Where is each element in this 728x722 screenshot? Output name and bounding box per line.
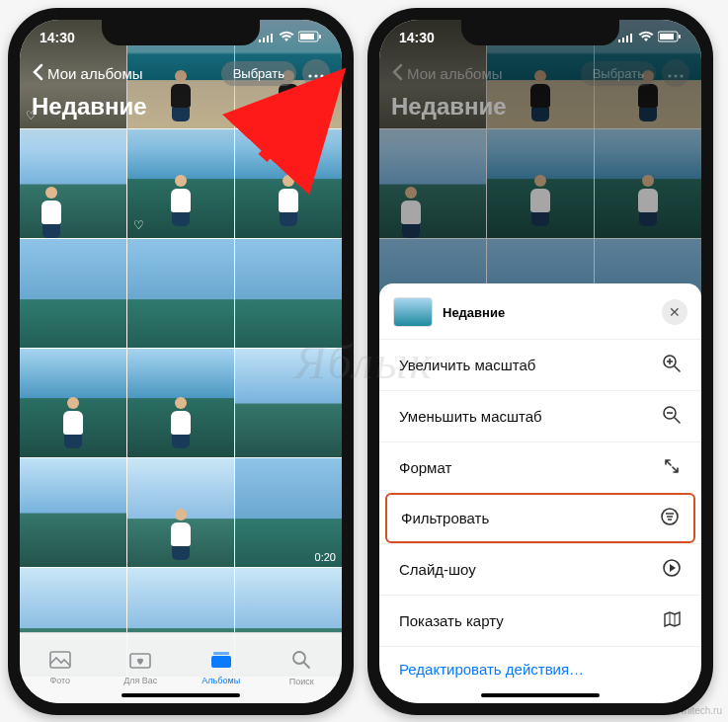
svg-point-7 [308, 74, 311, 77]
chevron-left-icon [32, 63, 43, 84]
action-showmap[interactable]: Показать карту [379, 595, 701, 646]
action-zoom-in[interactable]: Увеличить масштаб [379, 339, 701, 390]
albums-icon [210, 651, 232, 674]
video-duration: 0:20 [315, 551, 336, 563]
svg-rect-3 [271, 34, 273, 42]
signal-icon [618, 30, 634, 45]
svg-rect-5 [300, 34, 314, 40]
svg-point-8 [314, 74, 317, 77]
screen: 14:30 [20, 20, 342, 703]
svg-rect-6 [319, 35, 321, 39]
action-aspect[interactable]: Формат [379, 441, 701, 493]
photo-thumbnail[interactable] [20, 458, 126, 567]
battery-icon [658, 30, 682, 45]
wifi-icon [638, 30, 654, 45]
phone-right: 14:30 Мои альбомы Выбрать [367, 8, 713, 715]
corner-watermark: 24hitech.ru [674, 705, 722, 716]
close-icon: ✕ [669, 304, 681, 320]
battery-icon [298, 30, 322, 45]
svg-rect-2 [267, 36, 269, 42]
edit-actions-link[interactable]: Редактировать действия… [379, 646, 701, 678]
action-filter[interactable]: Фильтровать [385, 493, 695, 543]
aspect-icon [662, 456, 682, 479]
search-icon [291, 650, 311, 675]
tab-label: Для Вас [123, 676, 157, 685]
status-time: 14:30 [399, 30, 435, 45]
svg-rect-17 [618, 40, 620, 42]
signal-icon [259, 30, 275, 45]
svg-point-14 [293, 652, 305, 664]
favorite-icon: ♡ [133, 218, 144, 232]
home-indicator[interactable] [121, 693, 240, 697]
svg-rect-1 [263, 38, 265, 42]
play-icon [662, 558, 682, 581]
video-thumbnail[interactable]: 0:20 [235, 458, 342, 567]
svg-line-30 [675, 366, 680, 371]
status-indicators [618, 30, 682, 45]
status-time: 14:30 [40, 30, 75, 45]
tab-label: Альбомы [202, 676, 240, 685]
phone-left: 14:30 [8, 8, 354, 715]
notch [102, 20, 260, 45]
action-label: Формат [399, 459, 451, 476]
tab-photos[interactable]: Фото [20, 633, 101, 703]
home-indicator[interactable] [481, 693, 600, 697]
photo-thumbnail[interactable] [127, 458, 234, 567]
svg-rect-19 [626, 36, 628, 42]
action-label: Фильтровать [401, 510, 489, 526]
foryou-icon [129, 651, 151, 674]
svg-rect-13 [211, 656, 231, 668]
svg-rect-12 [213, 652, 229, 655]
svg-rect-22 [660, 34, 674, 40]
svg-line-33 [675, 418, 680, 423]
svg-point-9 [320, 74, 323, 77]
ellipsis-icon [308, 64, 324, 82]
zoom-out-icon [662, 405, 682, 428]
svg-rect-0 [259, 40, 261, 42]
tab-label: Фото [49, 676, 70, 685]
tab-label: Поиск [289, 677, 314, 686]
back-label: Мои альбомы [47, 65, 143, 82]
photo-thumbnail[interactable] [235, 239, 342, 348]
status-indicators [259, 30, 322, 45]
sheet-title: Недавние [443, 305, 505, 320]
photo-thumbnail[interactable] [127, 239, 234, 348]
action-sheet: Недавние ✕ Увеличить масштаб Уменьшить м… [379, 283, 701, 703]
svg-rect-23 [679, 35, 681, 39]
svg-rect-20 [630, 34, 632, 42]
more-button[interactable] [302, 59, 330, 87]
wifi-icon [279, 30, 294, 45]
action-label: Уменьшить масштаб [399, 408, 542, 425]
back-button[interactable]: Мои альбомы [32, 63, 143, 84]
svg-line-15 [304, 663, 309, 668]
action-label: Слайд-шоу [399, 561, 476, 578]
album-title: Недавние [32, 93, 330, 120]
screen: 14:30 Мои альбомы Выбрать [379, 20, 701, 703]
action-zoom-out[interactable]: Уменьшить масштаб [379, 390, 701, 441]
photos-icon [49, 651, 71, 674]
map-icon [662, 609, 682, 632]
photo-thumbnail[interactable] [127, 349, 234, 457]
action-label: Увеличить масштаб [399, 357, 535, 373]
action-slideshow[interactable]: Слайд-шоу [379, 543, 701, 595]
svg-rect-18 [622, 38, 624, 42]
action-label: Показать карту [399, 612, 504, 629]
notch [461, 20, 619, 45]
tab-search[interactable]: Поиск [262, 633, 343, 703]
filter-icon [660, 507, 680, 529]
photo-thumbnail[interactable] [20, 349, 126, 457]
close-button[interactable]: ✕ [662, 299, 688, 325]
sheet-thumb-icon [393, 297, 433, 327]
photo-thumbnail[interactable] [235, 349, 342, 457]
zoom-in-icon [662, 354, 682, 376]
photo-thumbnail[interactable] [20, 239, 126, 348]
select-button[interactable]: Выбрать [221, 61, 296, 86]
